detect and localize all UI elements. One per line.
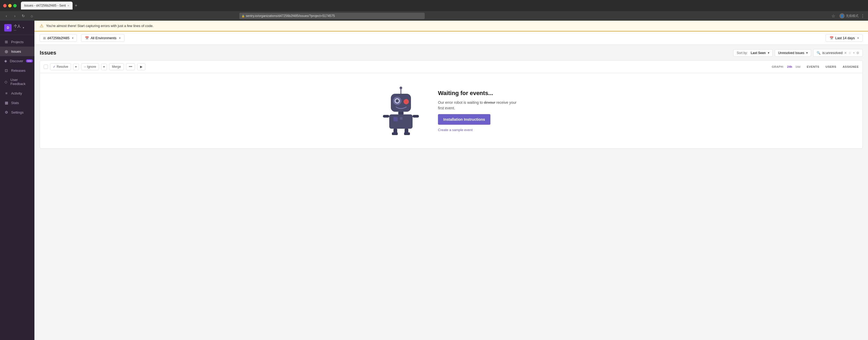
merge-label: Merge [112, 65, 121, 69]
select-all-checkbox[interactable] [44, 65, 48, 69]
issues-header: Issues Sort by: Last Seen ▾ Unresolved I… [40, 49, 863, 57]
merge-button[interactable]: Merge [109, 63, 124, 70]
browser-chrome: Issues - d47256b2f485 - Sent ✕ + [0, 0, 868, 11]
home-button[interactable]: ⌂ [29, 14, 35, 18]
robot-illustration [380, 84, 422, 138]
org-chevron-icon: ▾ [23, 26, 24, 29]
stats-icon: ▦ [4, 101, 8, 105]
main-content: ⚠ You're almost there! Start capturing e… [34, 21, 868, 340]
filter-chevron-icon: ▾ [806, 51, 808, 54]
search-bookmark-icon[interactable]: ☆ [848, 51, 851, 55]
issues-title: Issues [40, 50, 56, 56]
ignore-label: Ignore [87, 65, 96, 69]
search-clear-button[interactable]: ✕ [844, 51, 847, 55]
graph-24h-button[interactable]: 24h [787, 65, 792, 68]
create-sample-event-link[interactable]: Create a sample event [438, 128, 523, 132]
sort-button[interactable]: Sort by: Last Seen ▾ [733, 49, 772, 57]
sidebar-item-user-feedback[interactable]: ◇ User Feedback [0, 75, 34, 88]
lock-icon: 🔒 [242, 14, 245, 18]
svg-point-1 [400, 87, 402, 89]
assignee-column-header: ASSIGNEE [843, 65, 859, 68]
maximize-button[interactable] [13, 4, 17, 7]
search-value: is:unresolved [822, 51, 843, 55]
user-feedback-icon: ◇ [4, 80, 8, 84]
issues-section: Issues Sort by: Last Seen ▾ Unresolved I… [34, 45, 868, 340]
more-actions-button[interactable]: ••• [126, 63, 135, 70]
search-icon: 🔍 [817, 51, 820, 55]
svg-rect-9 [394, 117, 398, 121]
sidebar-label-issues: Issues [11, 50, 21, 54]
svg-point-5 [396, 99, 399, 102]
env-chevron-icon: ▾ [119, 36, 121, 39]
sidebar-item-projects[interactable]: ⊞ Projects [0, 37, 34, 47]
sort-value: Last Seen [751, 51, 766, 55]
sidebar-label-activity: Activity [11, 91, 22, 95]
sidebar: D 个人 — ▾ ⊞ Projects ◎ Issues ◈ Discover … [0, 21, 34, 340]
issues-controls: Sort by: Last Seen ▾ Unresolved Issues ▾… [733, 49, 863, 57]
browser-menu-button[interactable]: ⋮ [861, 13, 865, 19]
empty-state: Waiting for events... Our error robot is… [40, 73, 862, 148]
sidebar-item-discover[interactable]: ◈ Discover new [0, 56, 34, 66]
environment-name: All Environments [91, 36, 117, 40]
environment-selector[interactable]: 📅 All Environments ▾ [81, 34, 124, 42]
new-tab-button[interactable]: + [75, 3, 77, 8]
resolve-button[interactable]: ✓ Resolve [50, 63, 71, 70]
org-selector[interactable]: D 个人 — ▾ [0, 21, 34, 35]
search-add-icon[interactable]: + [853, 51, 855, 55]
forward-button[interactable]: › [12, 14, 18, 18]
minimize-button[interactable] [8, 4, 12, 7]
filter-value: Unresolved Issues [778, 51, 804, 55]
play-button[interactable]: ▶ [137, 63, 145, 70]
search-actions: ✕ ☆ + ⚙ [844, 51, 859, 55]
warning-text: You're almost there! Start capturing err… [46, 24, 154, 28]
svg-point-6 [404, 99, 409, 104]
filters-bar: ⊞ d47256b2f485 ▾ 📅 All Environments ▾ 📅 … [34, 32, 868, 45]
discover-icon: ◈ [4, 59, 7, 63]
users-column-header: USERS [826, 65, 836, 68]
ignore-dropdown-button[interactable]: ▾ [101, 64, 107, 70]
user-label: 无痕模式 [846, 14, 859, 18]
sidebar-item-issues[interactable]: ◎ Issues [0, 47, 34, 56]
tab-bar: Issues - d47256b2f485 - Sent ✕ + [21, 2, 865, 9]
sidebar-item-releases[interactable]: ⊡ Releases [0, 66, 34, 75]
releases-icon: ⊡ [4, 68, 8, 72]
org-avatar: D [4, 24, 12, 32]
user-button[interactable]: 👤 无痕模式 [839, 13, 859, 19]
tab-close-icon[interactable]: ✕ [67, 4, 69, 7]
active-tab[interactable]: Issues - d47256b2f485 - Sent ✕ [21, 2, 72, 9]
sidebar-label-projects: Projects [11, 40, 24, 44]
sidebar-item-stats[interactable]: ▦ Stats [0, 98, 34, 107]
svg-rect-16 [412, 115, 419, 118]
bookmark-icon[interactable]: ☆ [832, 13, 835, 19]
empty-desc: Our error robot is waiting to devour rec… [438, 100, 523, 111]
issues-icon: ◎ [4, 49, 8, 54]
filter-button[interactable]: Unresolved Issues ▾ [775, 49, 811, 57]
search-bar: 🔍 is:unresolved ✕ ☆ + ⚙ [813, 49, 863, 57]
search-settings-icon[interactable]: ⚙ [856, 51, 859, 55]
project-selector[interactable]: ⊞ d47256b2f485 ▾ [40, 34, 77, 42]
address-bar-row: ‹ › ↻ ⌂ 🔒 sentry.io/organizations/d47256… [0, 11, 868, 21]
resolve-dropdown-button[interactable]: ▾ [73, 64, 79, 70]
close-button[interactable] [3, 4, 7, 7]
graph-14d-button[interactable]: 14d [796, 65, 801, 68]
sidebar-item-settings[interactable]: ⚙ Settings [0, 107, 34, 117]
org-sub: — [14, 29, 21, 32]
empty-title: Waiting for events... [438, 90, 523, 97]
svg-rect-14 [404, 132, 410, 135]
warning-banner: ⚠ You're almost there! Start capturing e… [34, 21, 868, 32]
date-selector[interactable]: 📅 Last 14 days ▾ [826, 34, 863, 42]
date-chevron-icon: ▾ [858, 36, 859, 39]
empty-desc-strikethrough: devour [484, 100, 495, 104]
back-button[interactable]: ‹ [3, 14, 9, 18]
ignore-button[interactable]: ○ Ignore [81, 63, 99, 70]
app: D 个人 — ▾ ⊞ Projects ◎ Issues ◈ Discover … [0, 21, 868, 340]
sidebar-item-activity[interactable]: ≡ Activity [0, 88, 34, 98]
activity-icon: ≡ [4, 91, 8, 95]
refresh-button[interactable]: ↻ [20, 14, 27, 18]
address-bar[interactable]: 🔒 sentry.io/organizations/d47256b2f485/i… [239, 13, 425, 19]
url-text: sentry.io/organizations/d47256b2f485/iss… [246, 14, 335, 18]
installation-instructions-button[interactable]: Installation Instructions [438, 114, 490, 125]
tab-title: Issues - d47256b2f485 - Sent [24, 4, 66, 7]
date-range: Last 14 days [835, 36, 855, 40]
graph-label: GRAPH: [772, 65, 784, 68]
